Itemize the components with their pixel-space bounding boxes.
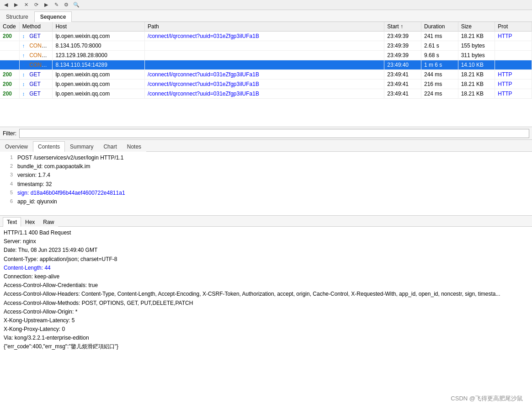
response-line: Access-Control-Allow-Headers: Content-Ty… (4, 290, 528, 298)
sub-tab-hex[interactable]: Hex (21, 217, 39, 227)
cell-method: ↑ CONNECT (19, 41, 53, 51)
cell-size: 311 bytes (458, 51, 495, 60)
cell-path: /connect/l/qrconnect?uuid=031eZfgp3ilUFa… (145, 70, 384, 80)
direction-icon: ↑ (22, 62, 28, 68)
watermark: CSDN @飞得更高肥尾沙鼠 (451, 394, 523, 403)
line-content: sign: d18a46b04f96b44aef4600722e4811a1 (17, 189, 125, 197)
toolbar-edit[interactable]: ✎ (52, 1, 60, 9)
cell-method: ↑ CONNECT (19, 51, 53, 60)
col-header-duration[interactable]: Duration (421, 22, 458, 32)
cell-host: lp.open.weixin.qq.com (53, 70, 145, 80)
response-line: Content-Length: 44 (4, 264, 528, 272)
table-row[interactable]: 200↕ GETlp.open.weixin.qq.com/connect/l/… (0, 89, 532, 99)
toolbar-stop[interactable]: ✕ (22, 1, 30, 9)
response-line: X-Kong-Upstream-Latency: 5 (4, 316, 528, 325)
line-number: 6 (4, 197, 13, 206)
cell-method: ↕ GET (19, 32, 53, 41)
direction-icon: ↕ (22, 72, 28, 77)
cell-prot: HTTP (495, 70, 532, 80)
tab-overview[interactable]: Overview (0, 141, 33, 152)
sub-tab-bar: Text Hex Raw (0, 216, 532, 227)
sub-tab-raw[interactable]: Raw (39, 217, 58, 227)
table-row[interactable]: 200↕ GETlp.open.weixin.qq.com/connect/l/… (0, 80, 532, 89)
col-header-size[interactable]: Size (458, 22, 495, 32)
cell-prot (495, 60, 532, 70)
direction-icon: ↕ (22, 33, 28, 39)
tab-summary[interactable]: Summary (65, 141, 98, 152)
col-header-start[interactable]: Start ↑ (384, 22, 421, 32)
response-panel: HTTP/1.1 400 Bad RequestServer: nginxDat… (0, 227, 532, 398)
cell-path (145, 60, 384, 70)
cell-size: 18.21 KB (458, 32, 495, 41)
toolbar-forward[interactable]: ▶ (12, 1, 20, 9)
response-lines: HTTP/1.1 400 Bad RequestServer: nginxDat… (4, 229, 528, 351)
cell-path: /connect/l/qrconnect?uuid=031eZfgp3ilUFa… (145, 32, 384, 41)
filter-input[interactable] (19, 129, 529, 138)
toolbar-back[interactable]: ◀ (2, 1, 10, 9)
col-header-method[interactable]: Method (19, 22, 53, 32)
filter-bar: Filter: (0, 127, 532, 140)
cell-host: 8.134.110.154:14289 (53, 60, 145, 70)
table-row[interactable]: ↑ CONNECT8.134.105.70:800023:49:392.61 s… (0, 41, 532, 51)
line-content: app_id: qiyunxin (17, 197, 57, 206)
cell-host: 123.129.198.28:8000 (53, 51, 145, 60)
cell-method: ↕ GET (19, 70, 53, 80)
cell-host: lp.open.weixin.qq.com (53, 89, 145, 99)
tab-chart[interactable]: Chart (98, 141, 122, 152)
response-line: HTTP/1.1 400 Bad Request (4, 229, 528, 237)
cell-code (0, 60, 19, 70)
table-row[interactable]: 200↕ GETlp.open.weixin.qq.com/connect/l/… (0, 70, 532, 80)
response-line: Server: nginx (4, 237, 528, 246)
request-line: 6app_id: qiyunxin (4, 197, 528, 206)
cell-size: 18.21 KB (458, 80, 495, 89)
direction-icon: ↕ (22, 91, 28, 96)
cell-duration: 1 m 6 s (421, 60, 458, 70)
request-line: 5sign: d18a46b04f96b44aef4600722e4811a1 (4, 189, 528, 197)
table-header-row: Code Method Host Path Start ↑ Duration S… (0, 22, 532, 32)
sub-tab-text[interactable]: Text (3, 217, 21, 227)
request-line: 3version: 1.7.4 (4, 171, 528, 180)
toolbar-play[interactable]: ▶ (42, 1, 50, 9)
response-line: Access-Control-Allow-Credentials: true (4, 281, 528, 290)
table-row[interactable]: 200↕ GETlp.open.weixin.qq.com/connect/l/… (0, 32, 532, 41)
tab-sequence[interactable]: Sequence (34, 11, 72, 22)
toolbar-refresh[interactable]: ⟳ (32, 1, 40, 9)
cell-code: 200 (0, 80, 19, 89)
tab-contents[interactable]: Contents (33, 141, 65, 152)
direction-icon: ↑ (22, 53, 28, 58)
bottom-section: Overview Contents Summary Chart Notes 1P… (0, 140, 532, 398)
cell-prot (495, 41, 532, 51)
cell-code (0, 41, 19, 51)
cell-size: 18.21 KB (458, 70, 495, 80)
direction-icon: ↕ (22, 81, 28, 87)
request-line: 1POST /userservices/v2/user/login HTTP/1… (4, 154, 528, 162)
line-number: 1 (4, 154, 13, 162)
cell-code: 200 (0, 32, 19, 41)
cell-duration: 224 ms (421, 89, 458, 99)
table-row[interactable]: ↑ CONNECT123.129.198.28:800023:49:399.68… (0, 51, 532, 60)
main-container: Structure Sequence Code Method Host Path… (0, 10, 532, 398)
request-table-area: Code Method Host Path Start ↑ Duration S… (0, 22, 532, 127)
cell-duration: 216 ms (421, 80, 458, 89)
cell-host: lp.open.weixin.qq.com (53, 80, 145, 89)
cell-code (0, 51, 19, 60)
col-header-prot[interactable]: Prot (495, 22, 532, 32)
toolbar-settings[interactable]: ⚙ (62, 1, 70, 9)
cell-path (145, 41, 384, 51)
col-header-host[interactable]: Host (53, 22, 145, 32)
tab-notes[interactable]: Notes (122, 141, 146, 152)
cell-start: 23:49:41 (384, 89, 421, 99)
table-row[interactable]: ↑ CONNECT8.134.110.154:1428923:49:401 m … (0, 60, 532, 70)
tab-structure[interactable]: Structure (0, 11, 34, 22)
line-content: POST /userservices/v2/user/login HTTP/1.… (17, 154, 124, 162)
response-line: Access-Control-Allow-Origin: * (4, 308, 528, 316)
cell-code: 200 (0, 70, 19, 80)
col-header-path[interactable]: Path (145, 22, 384, 32)
line-content: version: 1.7.4 (17, 171, 50, 180)
direction-icon: ↑ (22, 43, 28, 48)
response-line: Content-Type: application/json; charset=… (4, 255, 528, 264)
line-number: 5 (4, 189, 13, 197)
col-header-code[interactable]: Code (0, 22, 19, 32)
toolbar-search[interactable]: 🔍 (72, 1, 80, 9)
response-line: {"err_code":400,"err_msg":"鑒儿烦滑鋩項絽口"} (4, 342, 528, 351)
